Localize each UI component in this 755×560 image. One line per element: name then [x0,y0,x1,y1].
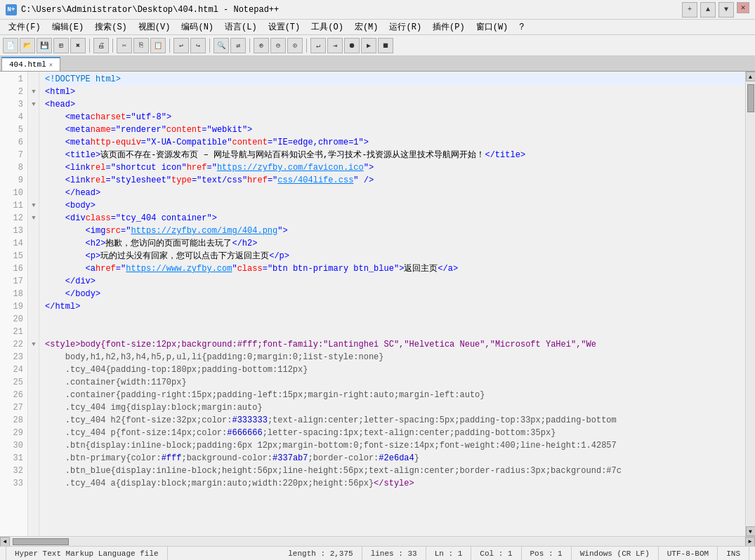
copy-button[interactable]: ⎘ [133,38,149,53]
new-instance-button[interactable]: ▼ [718,2,734,18]
fold-icon[interactable]: ▼ [28,338,39,351]
line-number: 32 [0,465,23,477]
macro-record-button[interactable]: ⏺ [344,38,360,53]
fold-icon[interactable] [28,326,39,338]
close-file-button[interactable]: ✖ [70,38,86,53]
line-number: 16 [0,262,23,275]
open-file-button[interactable]: 📂 [20,38,35,53]
code-line: .tcy_404 h2{font-size:32px;color:#333333… [45,414,745,427]
fold-icon[interactable] [28,351,39,364]
indent-button[interactable]: ⇥ [327,38,343,53]
replace-button[interactable]: ⇄ [230,38,246,53]
macro-play-button[interactable]: ▶ [361,38,376,53]
close-button[interactable]: ✕ [737,2,749,13]
menu-settings[interactable]: 设置(T) [263,20,306,34]
fold-icon[interactable]: ▼ [28,98,39,111]
fold-icon[interactable] [28,73,39,86]
zoom-in-button[interactable]: ⊕ [254,38,269,53]
fold-icon[interactable] [28,149,39,161]
menu-help[interactable]: ? [513,21,530,34]
minimize-button[interactable]: + [682,2,697,18]
menu-encode[interactable]: 编码(N) [176,20,219,34]
new-file-button[interactable]: 📄 [3,38,18,53]
fold-icon[interactable] [28,452,39,465]
fold-icon[interactable]: ▼ [28,212,39,225]
editor-scroll[interactable]: <!DOCTYPE html><html><head> <meta charse… [39,72,745,536]
tab-close-icon[interactable]: ✕ [49,61,53,69]
line-number: 24 [0,364,23,376]
menu-file[interactable]: 文件(F) [3,20,46,34]
menu-plugins[interactable]: 插件(P) [427,20,471,34]
tab-404html[interactable]: 404.html ✕ [1,57,60,71]
vertical-scrollbar[interactable]: ▲ ▼ [745,72,755,536]
paste-button[interactable]: 📋 [150,38,166,53]
code-line: <style>body{font-size:12px;background:#f… [45,338,745,351]
fold-icon[interactable] [28,465,39,477]
macro-stop-button[interactable]: ⏹ [378,38,393,53]
menu-language[interactable]: 语言(L) [219,20,263,34]
status-eol: Windows (CR LF) [572,547,659,560]
undo-button[interactable]: ↩ [173,38,189,53]
fold-icon[interactable] [28,111,39,124]
fold-icon[interactable] [28,427,39,439]
fold-icon[interactable] [28,187,39,199]
zoom-out-button[interactable]: ⊖ [270,38,286,53]
fold-icon[interactable] [28,414,39,427]
fold-icon[interactable] [28,250,39,262]
fold-icon[interactable] [28,275,39,288]
menu-tools[interactable]: 工具(O) [306,20,349,34]
fold-icon[interactable] [28,376,39,389]
redo-button[interactable]: ↪ [190,38,206,53]
scroll-up-button[interactable]: ▲ [746,72,756,81]
fold-icon[interactable] [28,136,39,149]
line-number: 28 [0,414,23,427]
fold-icon[interactable] [28,364,39,376]
fold-icon[interactable] [28,262,39,275]
menu-macro[interactable]: 宏(M) [349,20,384,34]
menu-window[interactable]: 窗口(W) [471,20,514,34]
maximize-button[interactable]: ▲ [700,2,716,18]
fold-icon[interactable] [28,288,39,300]
fold-icon[interactable] [28,225,39,237]
fold-icon[interactable] [28,389,39,401]
scroll-left-button[interactable]: ◄ [0,537,10,547]
fold-icon[interactable] [28,401,39,414]
scroll-track[interactable] [747,81,755,526]
fold-icon[interactable] [28,161,39,174]
code-line: <img src="https://zyfby.com/img/404.png"… [45,225,745,237]
scroll-thumb[interactable] [747,84,754,112]
fold-icon[interactable] [28,300,39,313]
find-button[interactable]: 🔍 [214,38,229,53]
line-number: 13 [0,225,23,237]
line-number: 29 [0,427,23,439]
scroll-down-button[interactable]: ▼ [746,526,756,536]
fold-icon[interactable] [28,237,39,250]
fold-icon[interactable] [28,124,39,136]
fold-icon[interactable] [28,477,39,490]
menu-run[interactable]: 运行(R) [383,20,427,34]
wrap-button[interactable]: ↵ [310,38,326,53]
line-numbers: 1234567891011121314151617181920212223242… [0,72,28,536]
fold-icon[interactable]: ▼ [28,86,39,98]
toolbar-sep-4 [209,39,210,53]
save-all-button[interactable]: ⊞ [53,38,69,53]
print-button[interactable]: 🖨 [93,38,109,53]
fold-icon[interactable] [28,174,39,187]
cut-button[interactable]: ✂ [117,38,132,53]
zoom-reset-button[interactable]: ⊙ [287,38,303,53]
h-scroll-track[interactable] [10,538,745,546]
menu-search[interactable]: 搜索(S) [89,20,133,34]
fold-icon[interactable]: ▼ [28,199,39,212]
fold-icon[interactable] [28,439,39,452]
scroll-right-button[interactable]: ► [745,537,755,547]
line-number: 2 [0,86,23,98]
fold-area: ▼▼▼▼▼ [28,72,39,536]
h-scroll-thumb[interactable] [13,538,69,545]
line-number: 20 [0,313,23,326]
fold-icon[interactable] [28,313,39,326]
horizontal-scrollbar[interactable]: ◄ ► [0,536,755,546]
save-file-button[interactable]: 💾 [37,38,52,53]
menu-view[interactable]: 视图(V) [133,20,176,34]
menu-edit[interactable]: 编辑(E) [46,20,90,34]
line-number: 21 [0,326,23,338]
